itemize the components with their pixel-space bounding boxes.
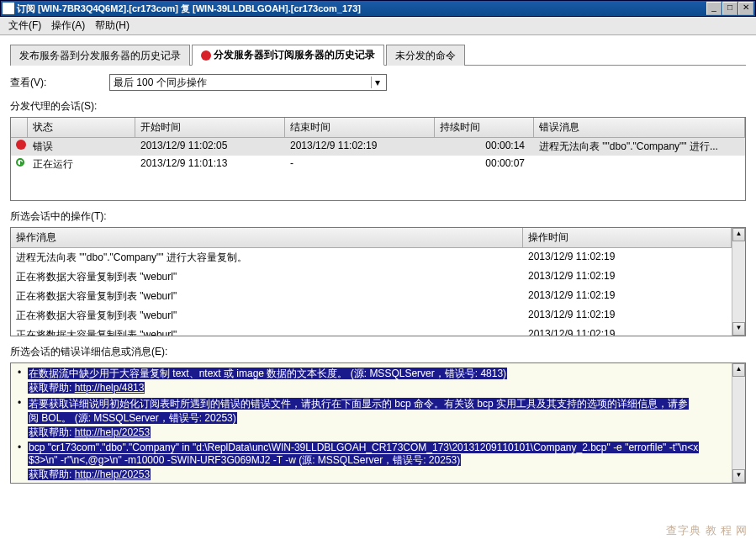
error-item: bcp "cr173com"."dbo"."Company" in "d:\Re… xyxy=(13,442,730,482)
operation-row[interactable]: 正在将数据大容量复制到表 "weburl"2013/12/9 11:02:19 xyxy=(11,325,732,336)
scrollbar[interactable]: ▲ ▼ xyxy=(732,228,745,336)
dropdown-value: 最后 100 个同步操作 xyxy=(114,76,207,90)
error-text[interactable]: 在数据流中缺少用于大容量复制 text、ntext 或 image 数据的文本长… xyxy=(11,363,732,483)
scrollbar[interactable]: ▲ ▼ xyxy=(732,363,745,483)
title-bar: 订阅 [WIN-7BR3Q4Q6M2].[cr173com] 复 [WIN-39… xyxy=(0,0,756,17)
scroll-track[interactable] xyxy=(732,377,745,469)
tab-undistributed[interactable]: 未分发的命令 xyxy=(386,45,465,66)
watermark: 查字典 教 程 网 xyxy=(666,523,748,538)
error-item: 在数据流中缺少用于大容量复制 text、ntext 或 image 数据的文本长… xyxy=(13,367,730,395)
window-title: 订阅 [WIN-7BR3Q4Q6M2].[cr173com] 复 [WIN-39… xyxy=(17,3,706,15)
error-icon xyxy=(201,50,211,61)
maximize-button[interactable]: □ xyxy=(722,2,737,15)
ops-label: 所选会话中的操作(T): xyxy=(10,209,746,224)
col-end-time[interactable]: 结束时间 xyxy=(285,118,435,137)
tab-label: 分发服务器到订阅服务器的历史记录 xyxy=(214,48,375,62)
sessions-grid: 状态 开始时间 结束时间 持续时间 错误消息 错误 2013/12/9 11:0… xyxy=(10,117,746,201)
col-status[interactable]: 状态 xyxy=(28,118,135,137)
scroll-down-button[interactable]: ▼ xyxy=(732,322,745,336)
operation-row[interactable]: 正在将数据大容量复制到表 "weburl"2013/12/9 11:02:19 xyxy=(11,306,732,325)
error-item: 若要获取详细说明初始化订阅表时所遇到的错误的错误文件，请执行在下面显示的 bcp… xyxy=(13,397,730,440)
running-icon xyxy=(16,158,24,167)
minimize-button[interactable]: _ xyxy=(706,2,722,15)
error-detail-label: 所选会话的错误详细信息或消息(E): xyxy=(10,345,746,359)
tab-publisher-history[interactable]: 发布服务器到分发服务器的历史记录 xyxy=(10,45,190,66)
col-duration[interactable]: 持续时间 xyxy=(435,118,534,137)
menu-file[interactable]: 文件(F) xyxy=(3,18,46,34)
session-row[interactable]: 正在运行 2013/12/9 11:01:13 - 00:00:07 xyxy=(11,156,745,173)
col-op-msg[interactable]: 操作消息 xyxy=(11,228,523,247)
scroll-down-button[interactable]: ▼ xyxy=(732,469,745,483)
tab-strip: 发布服务器到分发服务器的历史记录 分发服务器到订阅服务器的历史记录 未分发的命令 xyxy=(10,44,746,66)
col-op-time[interactable]: 操作时间 xyxy=(523,228,732,247)
menu-help[interactable]: 帮助(H) xyxy=(90,18,135,34)
window-controls: _ □ ✕ xyxy=(706,2,753,15)
view-dropdown[interactable]: 最后 100 个同步操作 ▾ xyxy=(109,74,387,91)
help-link[interactable]: http://help/20253 xyxy=(75,426,150,438)
scroll-up-button[interactable]: ▲ xyxy=(732,363,745,377)
help-link[interactable]: http://help/4813 xyxy=(75,382,145,394)
view-label: 查看(V): xyxy=(10,76,109,90)
sessions-header: 状态 开始时间 结束时间 持续时间 错误消息 xyxy=(11,118,745,138)
tab-distributor-history[interactable]: 分发服务器到订阅服务器的历史记录 xyxy=(192,45,384,66)
close-button[interactable]: ✕ xyxy=(738,2,753,15)
sessions-label: 分发代理的会话(S): xyxy=(10,99,746,114)
menu-bar: 文件(F) 操作(A) 帮助(H) xyxy=(0,17,756,35)
chevron-down-icon: ▾ xyxy=(371,77,383,88)
operation-row[interactable]: 正在将数据大容量复制到表 "weburl"2013/12/9 11:02:19 xyxy=(11,267,732,287)
error-icon xyxy=(16,140,26,150)
scroll-up-button[interactable]: ▲ xyxy=(732,228,745,241)
col-error-msg[interactable]: 错误消息 xyxy=(534,118,745,137)
col-start-time[interactable]: 开始时间 xyxy=(135,118,285,137)
help-link[interactable]: http://help/20253 xyxy=(75,468,150,480)
scroll-track[interactable] xyxy=(732,241,745,322)
menu-action[interactable]: 操作(A) xyxy=(46,18,90,34)
operations-grid: 操作消息 操作时间 进程无法向表 ""dbo"."Company"" 进行大容量… xyxy=(10,227,746,336)
operation-row[interactable]: 正在将数据大容量复制到表 "weburl"2013/12/9 11:02:19 xyxy=(11,287,732,306)
app-icon xyxy=(3,3,14,14)
error-detail-box: 在数据流中缺少用于大容量复制 text、ntext 或 image 数据的文本长… xyxy=(10,362,746,484)
operation-row[interactable]: 进程无法向表 ""dbo"."Company"" 进行大容量复制。2013/12… xyxy=(11,248,732,267)
session-row[interactable]: 错误 2013/12/9 11:02:05 2013/12/9 11:02:19… xyxy=(11,138,745,156)
